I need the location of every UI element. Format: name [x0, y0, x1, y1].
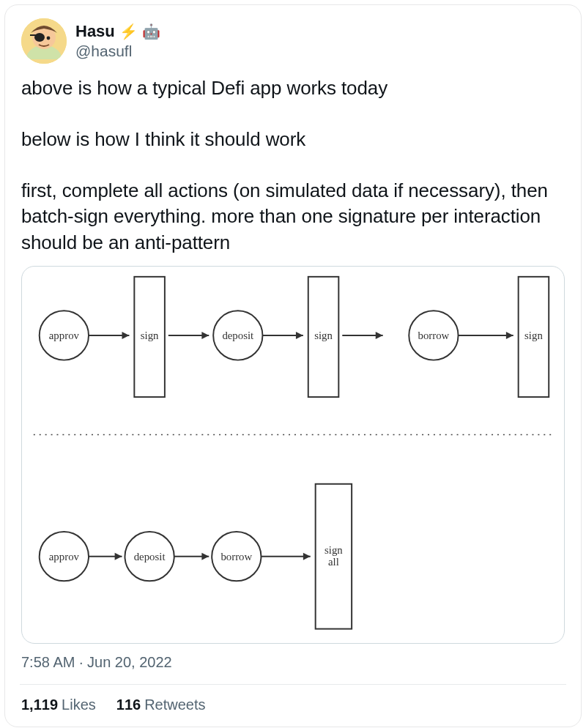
- author-handle[interactable]: @hasufl: [75, 42, 160, 60]
- tweet-stats: 1,119Likes 116Retweets: [21, 697, 565, 713]
- lightning-icon: ⚡: [119, 23, 138, 40]
- divider: [20, 684, 566, 685]
- avatar[interactable]: [21, 18, 67, 64]
- author-name: Hasu: [75, 22, 115, 41]
- node-deposit-bottom: deposit: [134, 550, 166, 562]
- robot-icon: 🤖: [142, 23, 160, 40]
- timestamp-sep: ·: [75, 654, 87, 670]
- retweets-count: 116: [116, 697, 141, 713]
- tweet-media-diagram[interactable]: approv sign deposit sign borrow: [21, 266, 565, 644]
- svg-rect-3: [30, 34, 39, 36]
- timestamp-time: 7:58 AM: [21, 654, 75, 670]
- node-sign-all-line1: sign: [324, 543, 343, 555]
- likes-count: 1,119: [21, 697, 58, 713]
- tweet-header: Hasu ⚡ 🤖 @hasufl: [21, 18, 565, 64]
- node-borrow-top: borrow: [418, 330, 450, 341]
- retweets-label: Retweets: [144, 697, 205, 713]
- svg-marker-13: [296, 332, 303, 339]
- tweet-container: Hasu ⚡ 🤖 @hasufl above is how a typical …: [4, 4, 582, 727]
- node-deposit-top: deposit: [222, 330, 254, 341]
- svg-marker-30: [303, 552, 311, 560]
- node-borrow-bottom: borrow: [220, 550, 252, 562]
- tweet-text: above is how a typical Defi app works to…: [21, 75, 565, 256]
- svg-point-4: [47, 37, 51, 40]
- svg-marker-27: [201, 552, 209, 560]
- node-sign-1: sign: [141, 330, 159, 341]
- node-sign-all-line2: all: [328, 555, 339, 567]
- author-block: Hasu ⚡ 🤖 @hasufl: [75, 22, 160, 60]
- node-approv-bottom: approv: [49, 550, 80, 562]
- svg-marker-16: [376, 332, 383, 339]
- node-sign-2: sign: [314, 330, 333, 341]
- svg-point-2: [34, 33, 45, 42]
- svg-marker-7: [122, 332, 130, 339]
- timestamp[interactable]: 7:58 AM · Jun 20, 2022: [21, 654, 565, 671]
- node-sign-3: sign: [524, 330, 543, 341]
- author-name-line[interactable]: Hasu ⚡ 🤖: [75, 22, 160, 41]
- likes[interactable]: 1,119Likes: [21, 697, 96, 713]
- node-approv-top: approv: [49, 330, 80, 341]
- timestamp-date: Jun 20, 2022: [87, 654, 172, 670]
- svg-marker-24: [115, 552, 122, 560]
- likes-label: Likes: [62, 697, 96, 713]
- retweets[interactable]: 116Retweets: [116, 697, 206, 713]
- svg-marker-10: [201, 332, 209, 339]
- svg-marker-19: [506, 332, 513, 339]
